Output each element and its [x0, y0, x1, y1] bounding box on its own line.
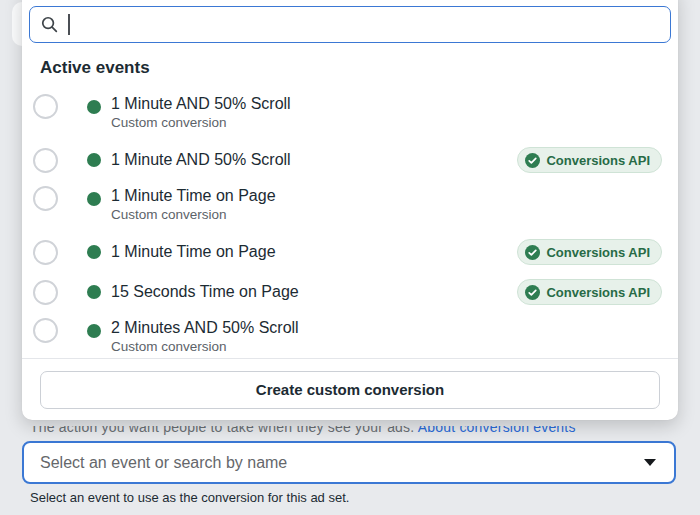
select-caption: Select an event to use as the conversion… — [30, 490, 349, 505]
chevron-down-icon — [644, 459, 656, 466]
event-title: 15 Seconds Time on Page — [111, 282, 299, 302]
event-subtitle: Custom conversion — [111, 338, 299, 354]
radio-button[interactable] — [33, 148, 58, 173]
create-custom-conversion-button[interactable]: Create custom conversion — [40, 371, 660, 409]
radio-button[interactable] — [33, 94, 58, 119]
event-title: 1 Minute AND 50% Scroll — [111, 150, 291, 170]
badge-label: Conversions API — [546, 153, 650, 168]
active-status-dot-icon — [87, 153, 101, 167]
check-circle-icon — [525, 153, 540, 168]
radio-button[interactable] — [33, 186, 58, 211]
active-status-dot-icon — [87, 324, 101, 338]
check-circle-icon — [525, 245, 540, 260]
radio-button[interactable] — [33, 240, 58, 265]
badge-label: Conversions API — [546, 245, 650, 260]
conversions-api-badge: Conversions API — [517, 239, 662, 265]
event-option[interactable]: 1 Minute AND 50% Scroll Custom conversio… — [22, 88, 678, 140]
dropdown-footer: Create custom conversion — [22, 358, 678, 420]
event-title: 2 Minutes AND 50% Scroll — [111, 318, 299, 338]
active-status-dot-icon — [87, 285, 101, 299]
search-input[interactable] — [29, 6, 671, 43]
event-list: 1 Minute AND 50% Scroll Custom conversio… — [22, 88, 678, 354]
conversions-api-badge: Conversions API — [517, 279, 662, 305]
event-title: 1 Minute Time on Page — [111, 186, 276, 206]
conversions-api-badge: Conversions API — [517, 147, 662, 173]
event-subtitle: Custom conversion — [111, 206, 276, 224]
event-option[interactable]: 1 Minute AND 50% Scroll Conversions API — [22, 140, 678, 180]
event-dropdown-panel: Active events 1 Minute AND 50% Scroll Cu… — [22, 0, 678, 420]
helper-text: The action you want people to take when … — [30, 426, 414, 435]
radio-button[interactable] — [33, 280, 58, 305]
radio-button[interactable] — [33, 318, 58, 343]
event-option[interactable]: 1 Minute Time on Page Custom conversion — [22, 180, 678, 232]
event-subtitle: Custom conversion — [111, 114, 291, 132]
event-option[interactable]: 2 Minutes AND 50% Scroll Custom conversi… — [22, 312, 678, 354]
check-circle-icon — [525, 285, 540, 300]
section-header: Active events — [40, 58, 150, 78]
event-option[interactable]: 15 Seconds Time on Page Conversions API — [22, 272, 678, 312]
search-icon — [40, 15, 59, 34]
active-status-dot-icon — [87, 100, 101, 114]
event-option[interactable]: 1 Minute Time on Page Conversions API — [22, 232, 678, 272]
event-title: 1 Minute Time on Page — [111, 242, 276, 262]
active-status-dot-icon — [87, 192, 101, 206]
select-placeholder: Select an event or search by name — [40, 454, 644, 472]
event-title: 1 Minute AND 50% Scroll — [111, 94, 291, 114]
helper-text-strip: The action you want people to take when … — [30, 426, 680, 436]
text-cursor — [68, 14, 70, 35]
active-status-dot-icon — [87, 245, 101, 259]
about-conversion-events-link[interactable]: About conversion events — [418, 426, 576, 435]
conversion-event-select[interactable]: Select an event or search by name — [22, 441, 676, 484]
badge-label: Conversions API — [546, 285, 650, 300]
